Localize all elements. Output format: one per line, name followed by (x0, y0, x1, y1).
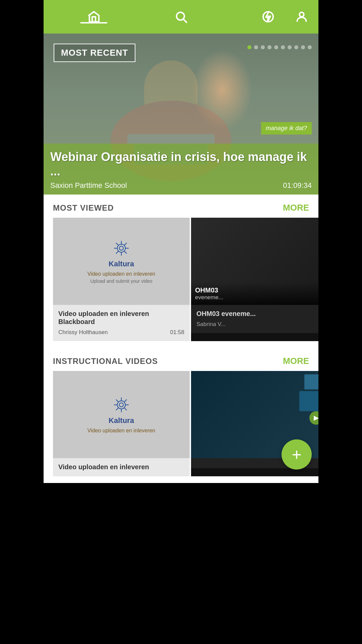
instructional-card-1-title: Video uploaden en inleveren (58, 463, 184, 471)
instructional-card-1[interactable]: Kaltura Video uploaden en inleveren Vide… (53, 371, 190, 476)
svg-line-26 (124, 399, 127, 402)
card-2-thumbnail: OHM03 eveneme... (191, 218, 318, 305)
svg-line-17 (116, 251, 118, 254)
card-1-meta: Chrissy Holthausen 01:58 (58, 329, 184, 336)
card-1-video-label: Video uploaden en inleveren (84, 271, 159, 277)
hero-title: Webinar Organisatie in crisis, hoe manag… (50, 150, 312, 178)
dot-7[interactable] (288, 45, 292, 49)
home-icon (87, 10, 101, 23)
card-2-title: OHM03 eveneme... (196, 310, 318, 318)
search-icon (174, 10, 188, 23)
most-viewed-header: MOST VIEWED MORE (44, 195, 318, 218)
instructional-card-1-thumbnail: Kaltura Video uploaden en inleveren (53, 371, 190, 458)
search-nav-item[interactable] (137, 10, 225, 23)
instructional-card-1-video-label: Video uploaden en inleveren (84, 428, 159, 434)
card-1-video-sublabel: Upload and submit your video (87, 278, 156, 284)
instructional-card-1-info: Video uploaden en inleveren (53, 458, 190, 476)
dot-1[interactable] (247, 45, 251, 49)
hero-dots (247, 45, 312, 49)
fab-button[interactable]: + (282, 439, 312, 470)
kaltura-icon-1 (112, 239, 131, 258)
svg-point-3 (299, 12, 304, 17)
most-viewed-card-2[interactable]: OHM03 eveneme... OHM03 eveneme... Sabrin… (191, 218, 318, 341)
card-2-info: OHM03 eveneme... Sabrina V... (191, 305, 318, 333)
hero-banner[interactable]: manage ik dat? MOST RECENT Webinar Organ… (44, 34, 318, 195)
svg-line-16 (124, 243, 127, 245)
most-recent-badge: MOST RECENT (54, 44, 135, 62)
kaltura-brand-2: Kaltura (109, 416, 134, 425)
profile-nav-item[interactable] (295, 10, 308, 23)
instructional-videos-header: INSTRUCTIONAL VIDEOS MORE (44, 348, 318, 371)
most-viewed-title: MOST VIEWED (53, 203, 114, 213)
kaltura-icon-2 (112, 396, 131, 414)
card-2-meta: Sabrina V... (196, 321, 318, 328)
hero-video-text: manage ik dat? (261, 122, 312, 135)
svg-point-19 (119, 403, 123, 407)
instructional-videos-section: INSTRUCTIONAL VIDEOS MORE (44, 348, 318, 483)
svg-line-25 (124, 408, 127, 410)
instructional-videos-cards: Kaltura Video uploaden en inleveren Vide… (44, 371, 318, 483)
dot-3[interactable] (261, 45, 265, 49)
dot-9[interactable] (301, 45, 305, 49)
card-2-subtitle-overlay: eveneme... (195, 294, 318, 301)
hero-info-overlay: Webinar Organisatie in crisis, hoe manag… (44, 144, 318, 195)
card-1-title: Video uploaden en inleveren Blackboard (58, 310, 184, 326)
dot-8[interactable] (294, 45, 298, 49)
svg-point-18 (117, 401, 125, 409)
dot-6[interactable] (281, 45, 285, 49)
top-navigation (44, 0, 318, 34)
most-viewed-more-link[interactable]: MORE (283, 203, 309, 213)
home-nav-item[interactable] (50, 10, 137, 23)
card-2-author: Sabrina V... (196, 321, 226, 328)
lightning-icon (261, 10, 275, 23)
profile-icon (295, 10, 308, 23)
svg-line-1 (184, 19, 187, 22)
svg-line-14 (116, 243, 118, 245)
svg-line-24 (116, 399, 118, 402)
hero-author: Saxion Parttime School (50, 181, 127, 190)
svg-point-9 (119, 246, 123, 250)
card-1-info: Video uploaden en inleveren Blackboard C… (53, 305, 190, 341)
instructional-videos-more-link[interactable]: MORE (283, 356, 309, 366)
most-viewed-card-1[interactable]: Kaltura Video uploaden en inleveren Uplo… (53, 218, 190, 341)
card-1-duration: 01:58 (170, 329, 184, 336)
dot-10[interactable] (308, 45, 312, 49)
svg-rect-6 (127, 134, 215, 144)
most-viewed-section: MOST VIEWED MORE (44, 195, 318, 348)
main-content: MOST VIEWED MORE (44, 195, 318, 483)
most-viewed-cards: Kaltura Video uploaden en inleveren Uplo… (44, 218, 318, 348)
hero-duration: 01:09:34 (283, 181, 312, 190)
card-1-thumbnail: Kaltura Video uploaden en inleveren Uplo… (53, 218, 190, 305)
instructional-videos-title: INSTRUCTIONAL VIDEOS (53, 357, 158, 366)
card-1-author: Chrissy Holthausen (58, 329, 108, 336)
kaltura-brand-1: Kaltura (109, 260, 134, 268)
svg-line-27 (116, 408, 118, 410)
dot-4[interactable] (267, 45, 272, 49)
dot-5[interactable] (274, 45, 278, 49)
dot-2[interactable] (254, 45, 258, 49)
card-2-title-overlay: OHM03 (195, 286, 318, 294)
hero-meta: Saxion Parttime School 01:09:34 (50, 181, 312, 190)
instructional-card-2-play-indicator: ▶ (314, 414, 318, 422)
bottom-bar (44, 483, 318, 510)
svg-point-8 (117, 244, 125, 252)
svg-line-15 (124, 251, 127, 254)
